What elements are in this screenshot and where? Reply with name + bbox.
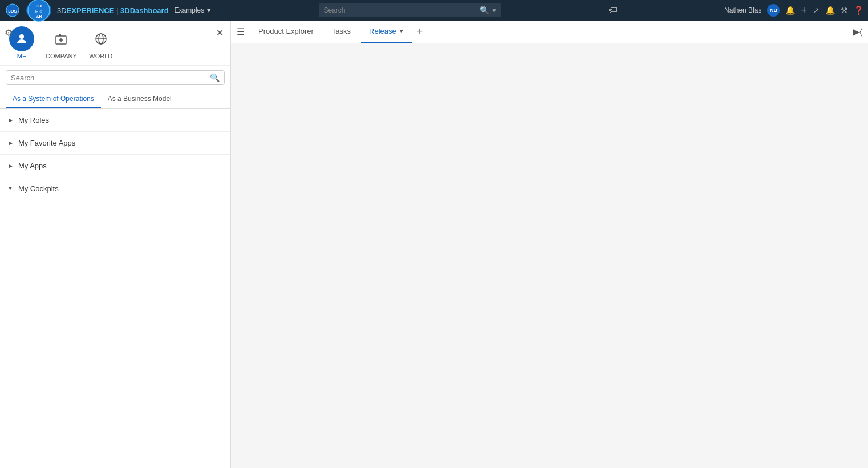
sidebar: ⚙ ✕ ME (0, 21, 231, 468)
topbar-brand: 3DEXPERIENCE | 3DDashboard (57, 6, 169, 15)
me-icon (9, 26, 34, 51)
sidebar-nav-world[interactable]: WORLD (88, 26, 113, 59)
world-icon (88, 26, 113, 51)
topbar-avatar[interactable]: NB (767, 4, 780, 17)
content-tab-product-explorer[interactable]: Product Explorer (250, 21, 322, 43)
gear-icon[interactable]: ⚙ (5, 27, 13, 38)
sidebar-tabs: As a System of Operations As a Business … (0, 90, 230, 109)
sidebar-section-my-cockpits[interactable]: ► My Cockpits (0, 177, 230, 200)
sidebar-section-my-roles[interactable]: ► My Roles (0, 109, 230, 132)
add-icon[interactable]: + (801, 5, 807, 17)
chevron-down-icon: ► (7, 186, 14, 192)
sidebar-nav-me[interactable]: ME (9, 26, 34, 59)
svg-point-6 (19, 34, 24, 39)
search-icon[interactable]: 🔍 (480, 6, 489, 15)
chevron-down-icon: ▼ (205, 6, 212, 14)
tab-business-model[interactable]: As a Business Model (101, 90, 179, 108)
topbar-app-icon[interactable]: 3D ▶ ⊙ V.R (26, 0, 51, 21)
topbar-right-actions: Nathen Blas NB 🔔 + ↗ 🔔 ⚒ ❓ (724, 4, 863, 17)
topbar-examples-dropdown[interactable]: Examples ▼ (175, 6, 213, 14)
content-area: ☰ Product Explorer Tasks Release ▼ + ▶〈 (231, 21, 868, 468)
sidebar-nav-me-label: ME (17, 53, 27, 59)
release-dropdown-icon[interactable]: ▼ (399, 28, 404, 34)
hamburger-menu-icon[interactable]: ☰ (237, 26, 245, 37)
svg-text:V.R: V.R (35, 14, 42, 18)
main-layout: ⚙ ✕ ME (0, 21, 868, 468)
topbar-logo-icon[interactable]: 3DS (5, 2, 21, 18)
chat-icon[interactable]: ▶〈 (853, 26, 862, 37)
content-tab-tasks[interactable]: Tasks (324, 21, 359, 43)
chevron-right-icon: ► (8, 117, 14, 123)
sidebar-search-icon: 🔍 (210, 73, 220, 82)
tab-system-of-operations[interactable]: As a System of Operations (6, 90, 101, 108)
chevron-right-icon: ► (8, 140, 14, 146)
sidebar-search-input[interactable] (11, 74, 206, 82)
topbar-username: Nathen Blas (724, 6, 761, 14)
sidebar-search-container: 🔍 (6, 70, 225, 85)
content-tab-release[interactable]: Release ▼ (361, 21, 412, 43)
topbar-search-bar: 🔍 ▼ (319, 3, 501, 17)
chevron-right-icon: ► (8, 163, 14, 169)
close-icon[interactable]: ✕ (216, 27, 224, 38)
search-dropdown-icon[interactable]: ▼ (492, 7, 497, 14)
share-icon[interactable]: ↗ (813, 6, 820, 15)
help-icon[interactable]: ❓ (854, 6, 863, 15)
tag-icon[interactable]: 🏷 (609, 5, 618, 15)
sidebar-nav: ME COMPANY (0, 21, 230, 66)
broadcast-icon[interactable]: 🔔 (825, 6, 835, 15)
content-header: ☰ Product Explorer Tasks Release ▼ + ▶〈 (231, 21, 868, 43)
sidebar-nav-company-label: COMPANY (46, 53, 77, 59)
notifications-icon[interactable]: 🔔 (785, 6, 795, 15)
content-body (231, 43, 868, 468)
sidebar-section-my-apps[interactable]: ► My Apps (0, 155, 230, 177)
sidebar-search-wrap: 🔍 (0, 66, 230, 90)
svg-text:3DS: 3DS (8, 9, 17, 14)
tools-icon[interactable]: ⚒ (841, 6, 848, 15)
topbar: 3DS 3D ▶ ⊙ V.R 3DEXPERIENCE | 3DDashboar… (0, 0, 868, 21)
svg-text:3D: 3D (36, 3, 42, 9)
sidebar-section-my-favorite-apps[interactable]: ► My Favorite Apps (0, 132, 230, 155)
topbar-search-input[interactable] (323, 6, 477, 14)
company-icon (48, 26, 74, 51)
sidebar-nav-company[interactable]: COMPANY (46, 26, 77, 59)
sidebar-nav-world-label: WORLD (89, 53, 112, 59)
svg-text:▶ ⊙: ▶ ⊙ (35, 10, 42, 13)
add-tab-button[interactable]: + (417, 26, 423, 38)
sidebar-nav-icons: ME COMPANY (9, 26, 226, 59)
